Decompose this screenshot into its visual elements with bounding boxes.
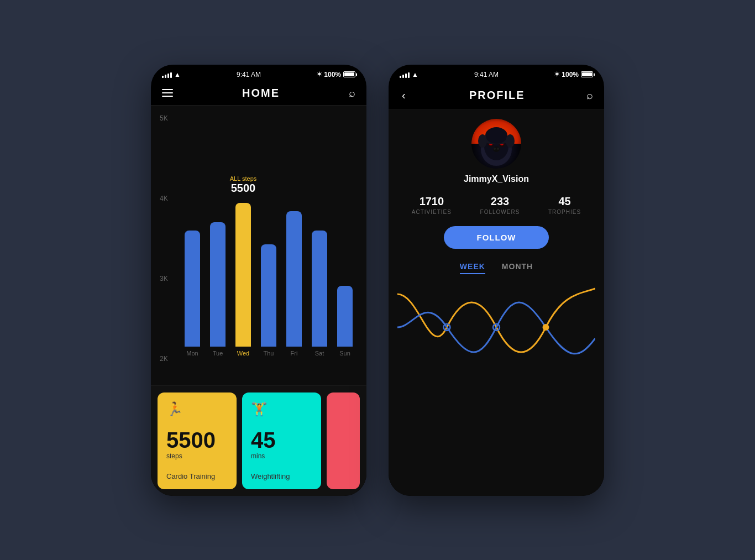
weightlifting-icon: 🏋 bbox=[251, 401, 268, 417]
y-label-4k: 4K bbox=[160, 195, 168, 202]
chart-y-labels: 5K 4K 3K 2K bbox=[160, 114, 168, 363]
svg-point-17 bbox=[543, 324, 549, 331]
home-time: 9:41 AM bbox=[237, 71, 261, 78]
home-title: HOME bbox=[242, 87, 280, 100]
tab-month[interactable]: MONTH bbox=[502, 262, 533, 274]
home-status-right: ✶ 100% bbox=[317, 71, 355, 78]
trophies-label: TROPHIES bbox=[548, 209, 581, 215]
chart-section: 5K 4K 3K 2K Mon Tue ALL s bbox=[151, 105, 366, 385]
followers-stat: 233 FOLLOWERS bbox=[480, 195, 520, 215]
phones-container: ▲ 9:41 AM ✶ 100% HOME ⌕ 5K bbox=[151, 65, 604, 496]
home-status-bar: ▲ 9:41 AM ✶ 100% bbox=[151, 65, 366, 85]
menu-button[interactable] bbox=[162, 89, 173, 97]
battery-fill bbox=[344, 72, 354, 76]
profile-content: JimmyX_Vision 1710 ACTIVIETIES 233 FOLLO… bbox=[389, 109, 604, 496]
bar-thu-label: Thu bbox=[264, 350, 274, 357]
signal-bars bbox=[162, 71, 172, 78]
bar-tue-label: Tue bbox=[213, 350, 223, 357]
bar-fri-label: Fri bbox=[291, 350, 298, 357]
stats-row: 1710 ACTIVIETIES 233 FOLLOWERS 45 TROPHI… bbox=[397, 195, 595, 215]
avatar-image bbox=[471, 119, 521, 169]
cardio-unit: steps bbox=[166, 452, 216, 460]
tooltip: ALL steps 5500 bbox=[230, 175, 257, 195]
svg-point-14 bbox=[506, 134, 515, 148]
cardio-card[interactable]: 🏃 5500 steps Cardio Training bbox=[158, 392, 237, 489]
profile-battery-icon bbox=[581, 71, 593, 77]
signal-bar-3 bbox=[167, 74, 169, 78]
trophies-stat: 45 TROPHIES bbox=[548, 195, 581, 215]
username: JimmyX_Vision bbox=[464, 174, 529, 184]
menu-line-2 bbox=[162, 92, 173, 93]
home-status-left: ▲ bbox=[162, 71, 181, 78]
back-button[interactable]: ‹ bbox=[400, 87, 408, 104]
p-signal-bar-3 bbox=[405, 74, 407, 78]
y-label-2k: 2K bbox=[160, 355, 168, 363]
battery-percent: 100% bbox=[324, 71, 341, 78]
bar-mon-fill bbox=[185, 231, 200, 347]
p-signal-bar-2 bbox=[402, 75, 404, 78]
profile-phone: ▲ 9:41 AM ✶ 100% ‹ PROFILE ⌕ bbox=[389, 65, 604, 496]
wave-chart bbox=[397, 283, 595, 487]
bar-tue-fill bbox=[210, 222, 226, 347]
extra-card[interactable] bbox=[327, 392, 360, 489]
profile-battery-fill bbox=[582, 72, 592, 76]
bar-sun-fill bbox=[337, 286, 353, 347]
home-search-icon[interactable]: ⌕ bbox=[349, 87, 355, 100]
activities-number: 1710 bbox=[412, 195, 452, 208]
y-label-3k: 3K bbox=[160, 275, 168, 282]
profile-bluetooth-icon: ✶ bbox=[554, 71, 559, 78]
signal-bar-1 bbox=[162, 76, 164, 78]
profile-time: 9:41 AM bbox=[474, 71, 499, 78]
menu-line-1 bbox=[162, 89, 173, 90]
bar-wed-fill bbox=[235, 203, 251, 347]
profile-nav-bar: ‹ PROFILE ⌕ bbox=[389, 85, 604, 109]
signal-bar-2 bbox=[165, 75, 166, 78]
followers-label: FOLLOWERS bbox=[480, 209, 520, 215]
cardio-number: 5500 bbox=[166, 429, 216, 451]
bar-sun: Sun bbox=[332, 286, 358, 357]
p-signal-bar-4 bbox=[408, 72, 410, 78]
menu-line-3 bbox=[162, 96, 173, 97]
home-nav-bar: HOME ⌕ bbox=[151, 85, 366, 105]
bar-sat-label: Sat bbox=[315, 350, 324, 357]
weightlifting-label: Weightlifting bbox=[251, 472, 290, 480]
profile-status-bar: ▲ 9:41 AM ✶ 100% bbox=[389, 65, 604, 85]
signal-bar-4 bbox=[170, 72, 172, 78]
svg-point-12 bbox=[485, 127, 507, 144]
bar-mon-label: Mon bbox=[186, 350, 198, 357]
battery-icon bbox=[343, 71, 355, 77]
bar-sun-label: Sun bbox=[339, 350, 350, 357]
activities-stat: 1710 ACTIVIETIES bbox=[412, 195, 452, 215]
bar-sat: Sat bbox=[307, 231, 332, 357]
bluetooth-icon: ✶ bbox=[317, 71, 322, 78]
follow-button[interactable]: FOLLOW bbox=[444, 226, 549, 249]
svg-point-13 bbox=[478, 134, 487, 148]
tooltip-value: 5500 bbox=[230, 182, 257, 195]
bar-mon: Mon bbox=[180, 231, 205, 357]
avatar bbox=[471, 119, 521, 169]
trophies-number: 45 bbox=[548, 195, 581, 208]
cardio-label: Cardio Training bbox=[166, 472, 215, 480]
profile-signal-bars bbox=[400, 71, 410, 78]
bar-tue: Tue bbox=[205, 222, 230, 357]
profile-search-icon[interactable]: ⌕ bbox=[586, 89, 593, 102]
weightlifting-unit: mins bbox=[251, 452, 276, 460]
wave-svg bbox=[397, 283, 595, 371]
weightlifting-number: 45 bbox=[251, 429, 276, 451]
bar-wed: ALL steps 5500 Wed bbox=[230, 203, 256, 357]
cardio-number-group: 5500 steps bbox=[166, 429, 216, 460]
p-signal-bar-1 bbox=[400, 76, 401, 78]
tab-week[interactable]: WEEK bbox=[460, 262, 485, 274]
chart-area: Mon Tue ALL steps 5500 Wed bbox=[180, 114, 358, 359]
weightlifting-card[interactable]: 🏋 45 mins Weightlifting bbox=[242, 392, 321, 489]
bar-sat-fill bbox=[312, 231, 327, 347]
bar-fri-fill bbox=[286, 211, 302, 347]
weightlifting-number-group: 45 mins bbox=[251, 429, 276, 460]
profile-status-right: ✶ 100% bbox=[554, 71, 593, 78]
bar-thu: Thu bbox=[256, 244, 281, 357]
followers-number: 233 bbox=[480, 195, 520, 208]
profile-battery-percent: 100% bbox=[562, 71, 579, 78]
home-phone: ▲ 9:41 AM ✶ 100% HOME ⌕ 5K bbox=[151, 65, 366, 496]
y-label-5k: 5K bbox=[160, 114, 168, 122]
cardio-icon: 🏃 bbox=[166, 401, 183, 417]
